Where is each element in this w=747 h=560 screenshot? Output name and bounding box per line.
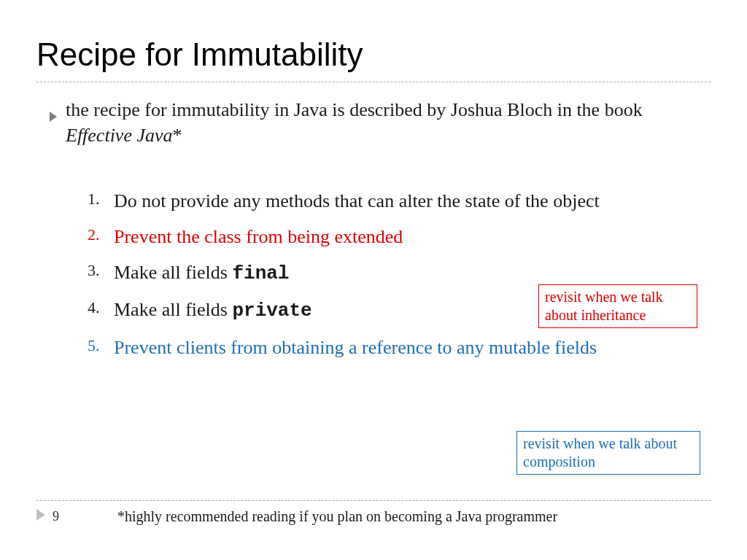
- item-text: Make all fields: [114, 262, 232, 283]
- item-number: 1.: [88, 188, 100, 210]
- intro-paragraph: the recipe for immutability in Java is d…: [36, 97, 711, 148]
- list-item: 2. Prevent the class from being extended: [88, 224, 711, 249]
- intro-text-after: *: [173, 125, 182, 146]
- svg-marker-0: [50, 112, 57, 122]
- footer-chevron-icon: [36, 509, 45, 524]
- list-item: 5. Prevent clients from obtaining a refe…: [88, 335, 711, 360]
- item-text: Prevent clients from obtaining a referen…: [114, 337, 597, 358]
- item-number: 5.: [88, 335, 100, 357]
- numbered-list: 1. Do not provide any methods that can a…: [36, 188, 711, 359]
- callout-composition: revisit when we talk about composition: [516, 431, 700, 475]
- page-number: 9: [53, 509, 59, 524]
- slide-footer: 9 *highly recommended reading if you pla…: [36, 500, 711, 525]
- callout-inheritance: revisit when we talk about inheritance: [538, 284, 697, 328]
- item-text: Do not provide any methods that can alte…: [114, 190, 600, 211]
- divider-top: [36, 82, 711, 82]
- item-text: Prevent the class from being extended: [114, 226, 403, 247]
- item-text: Make all fields: [114, 299, 232, 320]
- list-item: 3. Make all fields final: [88, 260, 711, 287]
- svg-marker-1: [36, 509, 45, 521]
- footnote-text: *highly recommended reading if you plan …: [117, 508, 557, 525]
- item-number: 3.: [88, 260, 100, 281]
- item-code: private: [232, 300, 311, 322]
- item-number: 2.: [88, 224, 100, 246]
- bullet-chevron-icon: [50, 103, 57, 128]
- slide-title: Recipe for Immutability: [36, 36, 711, 73]
- intro-text-before: the recipe for immutability in Java is d…: [66, 99, 643, 120]
- list-item: 1. Do not provide any methods that can a…: [88, 188, 711, 214]
- item-number: 4.: [88, 297, 100, 319]
- item-code: final: [232, 262, 289, 284]
- intro-book-title: Effective Java: [66, 125, 173, 146]
